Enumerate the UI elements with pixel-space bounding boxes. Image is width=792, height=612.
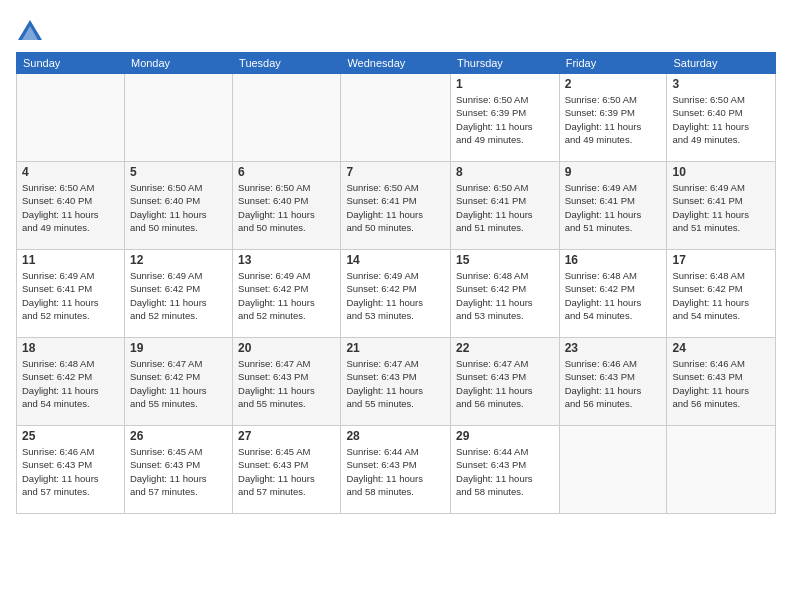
day-info: Sunrise: 6:50 AM Sunset: 6:39 PM Dayligh…	[456, 93, 554, 146]
day-info: Sunrise: 6:48 AM Sunset: 6:42 PM Dayligh…	[456, 269, 554, 322]
calendar-cell: 12Sunrise: 6:49 AM Sunset: 6:42 PM Dayli…	[124, 250, 232, 338]
day-number: 20	[238, 341, 335, 355]
calendar-cell	[17, 74, 125, 162]
calendar-cell: 8Sunrise: 6:50 AM Sunset: 6:41 PM Daylig…	[451, 162, 560, 250]
day-info: Sunrise: 6:46 AM Sunset: 6:43 PM Dayligh…	[22, 445, 119, 498]
logo	[16, 16, 48, 44]
weekday-header-friday: Friday	[559, 53, 667, 74]
day-info: Sunrise: 6:50 AM Sunset: 6:40 PM Dayligh…	[238, 181, 335, 234]
day-info: Sunrise: 6:45 AM Sunset: 6:43 PM Dayligh…	[238, 445, 335, 498]
logo-icon	[16, 16, 44, 44]
day-info: Sunrise: 6:50 AM Sunset: 6:41 PM Dayligh…	[456, 181, 554, 234]
calendar-cell: 14Sunrise: 6:49 AM Sunset: 6:42 PM Dayli…	[341, 250, 451, 338]
day-info: Sunrise: 6:49 AM Sunset: 6:41 PM Dayligh…	[565, 181, 662, 234]
calendar-cell: 1Sunrise: 6:50 AM Sunset: 6:39 PM Daylig…	[451, 74, 560, 162]
day-number: 5	[130, 165, 227, 179]
day-info: Sunrise: 6:44 AM Sunset: 6:43 PM Dayligh…	[346, 445, 445, 498]
calendar-cell: 15Sunrise: 6:48 AM Sunset: 6:42 PM Dayli…	[451, 250, 560, 338]
calendar-cell	[667, 426, 776, 514]
day-info: Sunrise: 6:49 AM Sunset: 6:42 PM Dayligh…	[346, 269, 445, 322]
calendar-cell: 16Sunrise: 6:48 AM Sunset: 6:42 PM Dayli…	[559, 250, 667, 338]
calendar-cell: 25Sunrise: 6:46 AM Sunset: 6:43 PM Dayli…	[17, 426, 125, 514]
day-number: 26	[130, 429, 227, 443]
day-number: 27	[238, 429, 335, 443]
calendar-cell: 22Sunrise: 6:47 AM Sunset: 6:43 PM Dayli…	[451, 338, 560, 426]
calendar-cell: 26Sunrise: 6:45 AM Sunset: 6:43 PM Dayli…	[124, 426, 232, 514]
weekday-header-thursday: Thursday	[451, 53, 560, 74]
calendar-cell: 18Sunrise: 6:48 AM Sunset: 6:42 PM Dayli…	[17, 338, 125, 426]
day-info: Sunrise: 6:48 AM Sunset: 6:42 PM Dayligh…	[672, 269, 770, 322]
day-number: 14	[346, 253, 445, 267]
calendar-cell: 11Sunrise: 6:49 AM Sunset: 6:41 PM Dayli…	[17, 250, 125, 338]
calendar-cell	[233, 74, 341, 162]
calendar-cell: 10Sunrise: 6:49 AM Sunset: 6:41 PM Dayli…	[667, 162, 776, 250]
day-info: Sunrise: 6:49 AM Sunset: 6:41 PM Dayligh…	[22, 269, 119, 322]
day-number: 17	[672, 253, 770, 267]
calendar-cell: 27Sunrise: 6:45 AM Sunset: 6:43 PM Dayli…	[233, 426, 341, 514]
day-info: Sunrise: 6:47 AM Sunset: 6:42 PM Dayligh…	[130, 357, 227, 410]
calendar-cell: 28Sunrise: 6:44 AM Sunset: 6:43 PM Dayli…	[341, 426, 451, 514]
weekday-header-wednesday: Wednesday	[341, 53, 451, 74]
calendar-cell: 19Sunrise: 6:47 AM Sunset: 6:42 PM Dayli…	[124, 338, 232, 426]
week-row-4: 25Sunrise: 6:46 AM Sunset: 6:43 PM Dayli…	[17, 426, 776, 514]
day-number: 23	[565, 341, 662, 355]
calendar-cell: 5Sunrise: 6:50 AM Sunset: 6:40 PM Daylig…	[124, 162, 232, 250]
day-number: 29	[456, 429, 554, 443]
day-number: 24	[672, 341, 770, 355]
day-info: Sunrise: 6:47 AM Sunset: 6:43 PM Dayligh…	[346, 357, 445, 410]
day-number: 25	[22, 429, 119, 443]
calendar-cell: 9Sunrise: 6:49 AM Sunset: 6:41 PM Daylig…	[559, 162, 667, 250]
weekday-header-tuesday: Tuesday	[233, 53, 341, 74]
day-info: Sunrise: 6:50 AM Sunset: 6:39 PM Dayligh…	[565, 93, 662, 146]
day-info: Sunrise: 6:50 AM Sunset: 6:40 PM Dayligh…	[130, 181, 227, 234]
calendar-cell	[341, 74, 451, 162]
calendar-cell: 17Sunrise: 6:48 AM Sunset: 6:42 PM Dayli…	[667, 250, 776, 338]
day-info: Sunrise: 6:49 AM Sunset: 6:42 PM Dayligh…	[238, 269, 335, 322]
calendar-cell: 29Sunrise: 6:44 AM Sunset: 6:43 PM Dayli…	[451, 426, 560, 514]
calendar-cell: 7Sunrise: 6:50 AM Sunset: 6:41 PM Daylig…	[341, 162, 451, 250]
calendar-cell: 2Sunrise: 6:50 AM Sunset: 6:39 PM Daylig…	[559, 74, 667, 162]
day-number: 19	[130, 341, 227, 355]
day-info: Sunrise: 6:49 AM Sunset: 6:41 PM Dayligh…	[672, 181, 770, 234]
day-number: 8	[456, 165, 554, 179]
day-info: Sunrise: 6:46 AM Sunset: 6:43 PM Dayligh…	[672, 357, 770, 410]
day-info: Sunrise: 6:49 AM Sunset: 6:42 PM Dayligh…	[130, 269, 227, 322]
day-info: Sunrise: 6:48 AM Sunset: 6:42 PM Dayligh…	[22, 357, 119, 410]
day-number: 16	[565, 253, 662, 267]
day-info: Sunrise: 6:50 AM Sunset: 6:41 PM Dayligh…	[346, 181, 445, 234]
day-info: Sunrise: 6:44 AM Sunset: 6:43 PM Dayligh…	[456, 445, 554, 498]
weekday-header-row: SundayMondayTuesdayWednesdayThursdayFrid…	[17, 53, 776, 74]
day-info: Sunrise: 6:50 AM Sunset: 6:40 PM Dayligh…	[22, 181, 119, 234]
calendar-cell: 3Sunrise: 6:50 AM Sunset: 6:40 PM Daylig…	[667, 74, 776, 162]
calendar-cell	[124, 74, 232, 162]
calendar-cell	[559, 426, 667, 514]
calendar-cell: 20Sunrise: 6:47 AM Sunset: 6:43 PM Dayli…	[233, 338, 341, 426]
weekday-header-saturday: Saturday	[667, 53, 776, 74]
day-number: 21	[346, 341, 445, 355]
day-info: Sunrise: 6:50 AM Sunset: 6:40 PM Dayligh…	[672, 93, 770, 146]
day-number: 6	[238, 165, 335, 179]
week-row-3: 18Sunrise: 6:48 AM Sunset: 6:42 PM Dayli…	[17, 338, 776, 426]
day-number: 11	[22, 253, 119, 267]
week-row-1: 4Sunrise: 6:50 AM Sunset: 6:40 PM Daylig…	[17, 162, 776, 250]
calendar: SundayMondayTuesdayWednesdayThursdayFrid…	[16, 52, 776, 514]
day-info: Sunrise: 6:48 AM Sunset: 6:42 PM Dayligh…	[565, 269, 662, 322]
calendar-cell: 4Sunrise: 6:50 AM Sunset: 6:40 PM Daylig…	[17, 162, 125, 250]
calendar-cell: 13Sunrise: 6:49 AM Sunset: 6:42 PM Dayli…	[233, 250, 341, 338]
page: SundayMondayTuesdayWednesdayThursdayFrid…	[0, 0, 792, 612]
day-number: 10	[672, 165, 770, 179]
calendar-cell: 24Sunrise: 6:46 AM Sunset: 6:43 PM Dayli…	[667, 338, 776, 426]
day-number: 3	[672, 77, 770, 91]
day-number: 22	[456, 341, 554, 355]
day-number: 2	[565, 77, 662, 91]
day-number: 28	[346, 429, 445, 443]
day-number: 12	[130, 253, 227, 267]
day-number: 18	[22, 341, 119, 355]
day-info: Sunrise: 6:46 AM Sunset: 6:43 PM Dayligh…	[565, 357, 662, 410]
day-number: 4	[22, 165, 119, 179]
day-info: Sunrise: 6:47 AM Sunset: 6:43 PM Dayligh…	[238, 357, 335, 410]
calendar-cell: 21Sunrise: 6:47 AM Sunset: 6:43 PM Dayli…	[341, 338, 451, 426]
weekday-header-monday: Monday	[124, 53, 232, 74]
header	[16, 16, 776, 44]
week-row-0: 1Sunrise: 6:50 AM Sunset: 6:39 PM Daylig…	[17, 74, 776, 162]
